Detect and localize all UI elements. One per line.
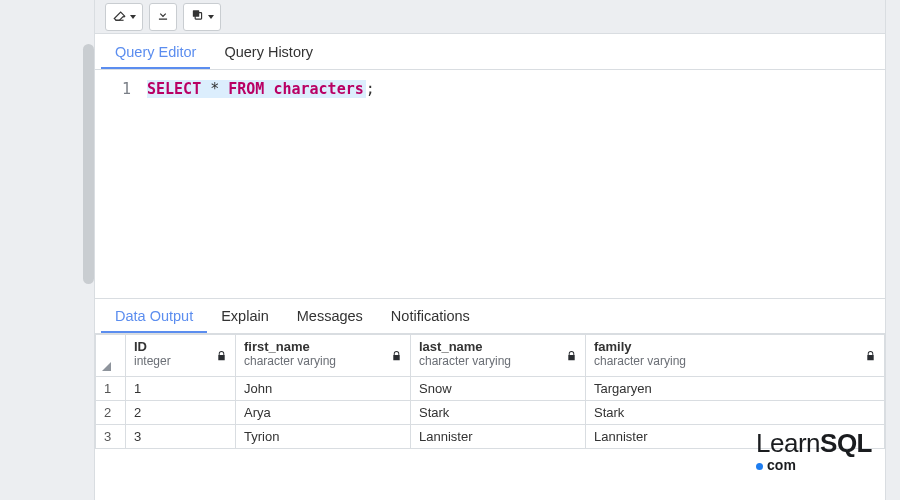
cell-id[interactable]: 2	[126, 401, 236, 425]
learnsql-logo: LearnSQL com	[756, 430, 872, 472]
sql-operator: *	[210, 80, 219, 98]
left-sidebar-gutter	[0, 0, 94, 500]
column-header-id[interactable]: ID integer	[126, 335, 236, 377]
cell-first-name[interactable]: John	[236, 377, 411, 401]
svg-rect-1	[193, 10, 199, 16]
right-gutter	[886, 0, 900, 500]
query-tab-bar: Query Editor Query History	[95, 34, 885, 70]
column-type: character varying	[244, 354, 402, 368]
lock-icon	[865, 349, 876, 362]
main-panel: Query Editor Query History 1 SELECT * FR…	[94, 0, 886, 500]
cell-last-name[interactable]: Lannister	[411, 425, 586, 449]
column-name: family	[594, 339, 876, 354]
lock-icon	[391, 349, 402, 362]
logo-text-learn: Learn	[756, 428, 820, 458]
column-header-family[interactable]: family character varying	[586, 335, 885, 377]
cell-last-name[interactable]: Stark	[411, 401, 586, 425]
result-tab-bar: Data Output Explain Messages Notificatio…	[95, 298, 885, 334]
tab-notifications[interactable]: Notifications	[377, 299, 484, 333]
query-toolbar	[95, 0, 885, 34]
cell-first-name[interactable]: Tyrion	[236, 425, 411, 449]
column-header-first-name[interactable]: first_name character varying	[236, 335, 411, 377]
line-number-gutter: 1	[95, 70, 141, 298]
chevron-down-icon	[208, 15, 214, 19]
sql-keyword: SELECT	[147, 80, 201, 98]
cell-last-name[interactable]: Snow	[411, 377, 586, 401]
cell-family[interactable]: Targaryen	[586, 377, 885, 401]
lock-icon	[216, 349, 227, 362]
chevron-down-icon	[130, 15, 136, 19]
cell-id[interactable]: 3	[126, 425, 236, 449]
table-row[interactable]: 1 1 John Snow Targaryen	[96, 377, 885, 401]
copy-button[interactable]	[183, 3, 221, 31]
rownum-header[interactable]	[96, 335, 126, 377]
column-name: last_name	[419, 339, 577, 354]
column-type: character varying	[594, 354, 876, 368]
column-name: first_name	[244, 339, 402, 354]
cell-family[interactable]: Stark	[586, 401, 885, 425]
tab-explain[interactable]: Explain	[207, 299, 283, 333]
tab-query-history[interactable]: Query History	[210, 35, 327, 69]
logo-text-com: com	[767, 457, 796, 473]
column-name: ID	[134, 339, 227, 354]
vertical-scroll-thumb[interactable]	[83, 44, 94, 284]
row-number: 2	[96, 401, 126, 425]
row-number: 3	[96, 425, 126, 449]
erase-button[interactable]	[105, 3, 143, 31]
copy-icon	[190, 8, 205, 25]
column-header-last-name[interactable]: last_name character varying	[411, 335, 586, 377]
sql-identifier: characters	[273, 80, 363, 98]
cell-id[interactable]: 1	[126, 377, 236, 401]
column-type: integer	[134, 354, 227, 368]
code-area[interactable]: SELECT * FROM characters ;	[141, 70, 885, 298]
download-icon	[156, 8, 170, 25]
row-number: 1	[96, 377, 126, 401]
lock-icon	[566, 349, 577, 362]
sql-semicolon: ;	[366, 80, 375, 98]
sql-editor[interactable]: 1 SELECT * FROM characters ;	[95, 70, 885, 298]
tab-query-editor[interactable]: Query Editor	[101, 35, 210, 69]
download-button[interactable]	[149, 3, 177, 31]
eraser-icon	[112, 8, 127, 25]
table-row[interactable]: 2 2 Arya Stark Stark	[96, 401, 885, 425]
tab-messages[interactable]: Messages	[283, 299, 377, 333]
sql-keyword: FROM	[228, 80, 264, 98]
logo-dot-icon	[756, 463, 763, 470]
tab-data-output[interactable]: Data Output	[101, 299, 207, 333]
logo-text-sql: SQL	[820, 428, 872, 458]
cell-first-name[interactable]: Arya	[236, 401, 411, 425]
column-type: character varying	[419, 354, 577, 368]
line-number: 1	[95, 80, 131, 98]
